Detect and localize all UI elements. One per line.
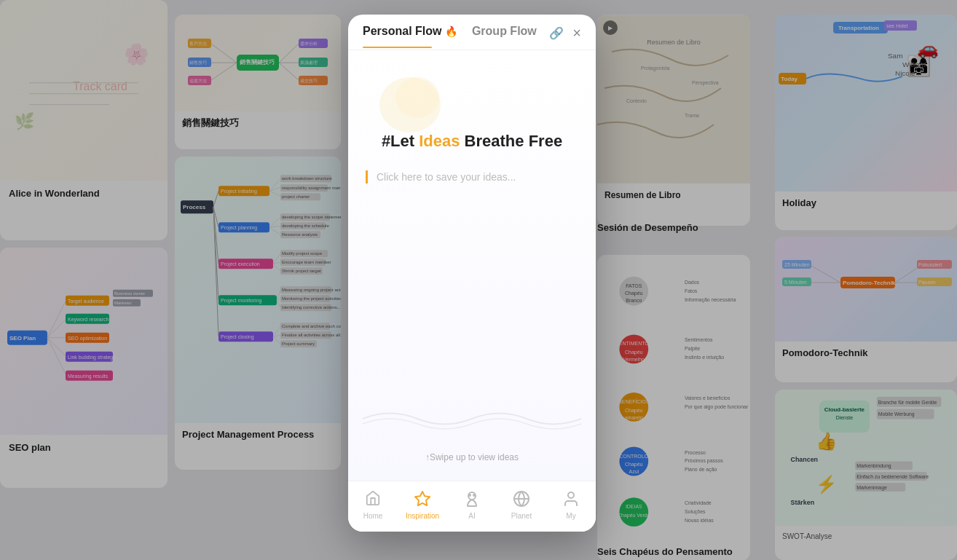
home-icon [365,490,381,510]
svg-marker-192 [415,492,430,505]
tab-indicator-personal [363,47,432,48]
modal-overlay: Personal Flow 🔥 Group Flow 🔗 × [0,0,957,560]
hero-headline: #Let Ideas Breathe Free [363,130,581,153]
hero-headline-area: #Let Ideas Breathe Free [363,130,581,153]
nav-item-ai[interactable]: AI [447,487,497,523]
modal-tabs: Personal Flow 🔥 Group Flow [363,25,537,41]
svg-point-195 [473,494,475,496]
idea-input-placeholder: Click here to save your ideas... [377,171,516,183]
modal-body: #Let Ideas Breathe Free Click here to sa… [348,50,596,481]
svg-point-194 [469,494,470,496]
link-icon[interactable]: 🔗 [549,26,564,40]
modal-header: Personal Flow 🔥 Group Flow 🔗 × [348,15,596,47]
tab-indicator-group [432,47,490,48]
inspiration-icon [414,490,431,510]
tab-group-flow[interactable]: Group Flow [472,25,537,41]
close-icon[interactable]: × [572,25,581,40]
ai-icon [463,490,481,510]
nav-item-home[interactable]: Home [348,487,398,523]
nav-item-my[interactable]: My [546,487,596,523]
tab-personal-flow[interactable]: Personal Flow 🔥 [363,25,457,41]
svg-point-191 [395,77,439,118]
nav-item-planet[interactable]: Planet [497,487,546,523]
svg-point-198 [568,492,574,498]
my-icon [562,490,580,510]
hero-decoration [377,72,443,138]
idea-input-area[interactable]: Click here to save your ideas... [366,170,578,184]
modal-dialog: Personal Flow 🔥 Group Flow 🔗 × [348,15,596,532]
svg-point-190 [379,77,441,133]
bottom-nav: Home Inspiration [348,481,596,532]
input-container: Click here to save your ideas... [363,170,581,184]
wave-decoration [363,393,581,430]
swipe-hint: ↑Swipe up to view ideas [363,444,581,466]
nav-item-inspiration[interactable]: Inspiration [398,487,447,523]
planet-icon [513,490,530,510]
